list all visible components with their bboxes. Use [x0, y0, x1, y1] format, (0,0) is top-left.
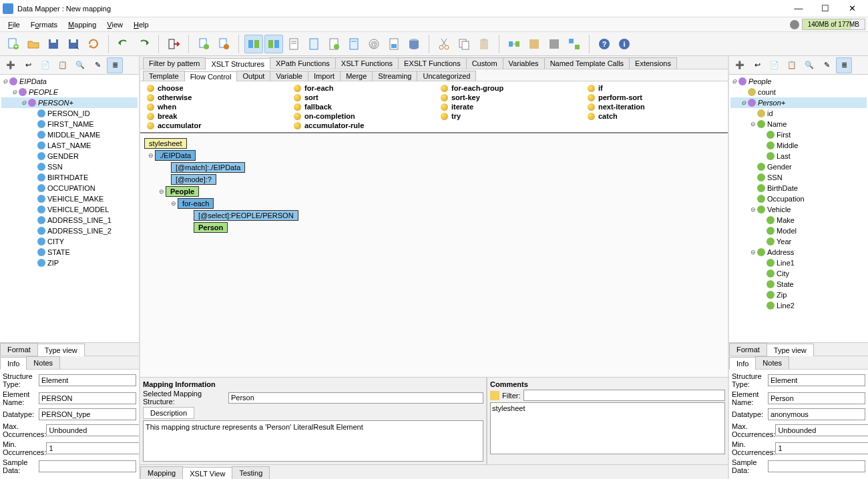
subtab-template[interactable]: Template: [143, 71, 185, 81]
tree-node[interactable]: BIRTHDATE: [47, 173, 88, 181]
toggle-icon[interactable]: ⊖: [158, 188, 166, 195]
map-foreach[interactable]: for-each: [178, 198, 214, 209]
tab-mapping[interactable]: Mapping: [140, 466, 183, 479]
right-btn-3[interactable]: 📄: [767, 57, 783, 73]
desc-tab[interactable]: Description: [143, 407, 194, 419]
tree-node[interactable]: Address: [767, 248, 794, 256]
info-button[interactable]: i: [615, 35, 634, 53]
sample-input[interactable]: [39, 460, 136, 472]
map-match[interactable]: [@match]:./EIPData: [171, 162, 245, 173]
tree-node[interactable]: count: [758, 88, 776, 96]
left-btn-5[interactable]: 🔍: [72, 57, 88, 73]
tree-node[interactable]: Make: [777, 216, 795, 224]
tree-node[interactable]: People: [748, 77, 771, 85]
comment-list[interactable]: stylesheet: [490, 402, 725, 454]
right-btn-2[interactable]: ↩: [749, 57, 765, 73]
tab-format[interactable]: Format: [0, 343, 38, 356]
desc-box[interactable]: This mapping structure represents a 'Per…: [143, 420, 483, 462]
tree-node[interactable]: LAST_NAME: [47, 141, 91, 149]
tree-node[interactable]: ADDRESS_LINE_1: [47, 216, 112, 224]
tab-format-r[interactable]: Format: [729, 343, 767, 356]
db-button[interactable]: [405, 35, 423, 53]
map-eipdata[interactable]: ./EIPData: [155, 150, 196, 161]
tree-node[interactable]: Vehicle: [767, 205, 791, 213]
tree-node[interactable]: ADDRESS_LINE_2: [47, 227, 112, 235]
doc1-button[interactable]: [284, 35, 303, 53]
open-button[interactable]: [24, 35, 43, 53]
tree-node[interactable]: State: [777, 280, 794, 288]
redo-button[interactable]: [134, 35, 153, 53]
flow-if[interactable]: if: [588, 84, 721, 92]
tab-xslt-struct[interactable]: XSLT Structures: [205, 58, 270, 69]
mapping-canvas[interactable]: stylesheet ⊖./EIPData [@match]:./EIPData…: [140, 133, 728, 377]
map-select[interactable]: [@select]:PEOPLE/PERSON: [194, 210, 298, 221]
tree-node[interactable]: EIPData: [19, 77, 47, 85]
left-btn-6[interactable]: ✎: [89, 57, 105, 73]
tree-node[interactable]: Year: [777, 237, 791, 246]
flow-iterate[interactable]: iterate: [441, 103, 574, 111]
right-btn-6[interactable]: ✎: [819, 57, 835, 73]
tree-node[interactable]: OCCUPATION: [47, 184, 95, 192]
tree-node[interactable]: SSN: [767, 173, 783, 181]
tab-filter[interactable]: Filter by pattern: [143, 57, 206, 69]
maximize-button[interactable]: ☐: [812, 0, 839, 17]
right-tree[interactable]: ⊖People count ⊖Person+ id ⊖Name First Mi…: [729, 75, 868, 342]
right-btn-1[interactable]: ➕: [732, 57, 748, 73]
cut-button[interactable]: [435, 35, 453, 53]
left-btn-7[interactable]: ≣: [107, 57, 123, 73]
tool4-button[interactable]: [565, 35, 584, 53]
tab-notes[interactable]: Notes: [26, 356, 60, 369]
refresh-button[interactable]: [84, 35, 103, 53]
exit-button[interactable]: [164, 35, 183, 53]
tree-node[interactable]: PERSON+: [38, 99, 73, 107]
tree-node[interactable]: Model: [777, 227, 797, 235]
tree-node[interactable]: Zip: [777, 291, 787, 299]
tree-node[interactable]: MIDDLE_NAME: [47, 131, 100, 139]
close-button[interactable]: ✕: [839, 0, 865, 17]
menu-view[interactable]: View: [101, 19, 128, 30]
tab-testing[interactable]: Testing: [232, 466, 270, 479]
tab-xpath[interactable]: XPath Functions: [270, 57, 336, 69]
new-button[interactable]: +: [4, 35, 23, 53]
toggle-icon[interactable]: ⊖: [147, 152, 155, 159]
tree-node[interactable]: Name: [767, 120, 787, 128]
tree-node[interactable]: SSN: [47, 163, 63, 171]
tab-typeview[interactable]: Type view: [37, 344, 85, 356]
maxocc-input-r[interactable]: [775, 424, 868, 436]
filter-input[interactable]: [523, 390, 726, 401]
datatype-input[interactable]: [39, 408, 136, 420]
tree-node[interactable]: Line1: [777, 259, 795, 267]
subtab-variable[interactable]: Variable: [270, 71, 308, 81]
at-button[interactable]: @: [365, 35, 383, 53]
menu-file[interactable]: File: [3, 19, 25, 30]
flow-foreach[interactable]: for-each: [294, 84, 427, 92]
flow-accum[interactable]: accumulator: [147, 121, 280, 129]
tree-node[interactable]: Line2: [777, 302, 795, 310]
tab-exslt[interactable]: EXSLT Functions: [398, 57, 467, 69]
subtab-flow[interactable]: Flow Control: [184, 71, 238, 81]
map-person[interactable]: Person: [194, 222, 228, 233]
minimize-button[interactable]: —: [785, 0, 812, 17]
doc4-button[interactable]: [345, 35, 363, 53]
left-btn-3[interactable]: 📄: [37, 57, 53, 73]
datatype-input-r[interactable]: [768, 408, 865, 420]
tab-info-r[interactable]: Info: [729, 357, 756, 370]
tree-node[interactable]: GENDER: [47, 152, 79, 160]
tree-node[interactable]: Gender: [767, 163, 792, 171]
tool2-button[interactable]: [525, 35, 544, 53]
right-btn-7[interactable]: ≣: [836, 57, 852, 73]
map-stylesheet[interactable]: stylesheet: [144, 138, 187, 149]
tree-node[interactable]: PEOPLE: [29, 88, 58, 96]
tree-node[interactable]: CITY: [47, 237, 64, 246]
left-tree[interactable]: ⊖EIPData ⊖PEOPLE ⊖PERSON+ PERSON_ID FIRS…: [0, 75, 139, 342]
tree-node[interactable]: Last: [777, 152, 791, 160]
left-btn-2[interactable]: ↩: [20, 57, 36, 73]
map-mode[interactable]: [@mode]:?: [171, 174, 216, 185]
tree-node[interactable]: STATE: [47, 248, 70, 256]
undo-button[interactable]: [114, 35, 133, 53]
tree-node[interactable]: PERSON_ID: [47, 109, 90, 117]
tree-node[interactable]: Middle: [777, 141, 798, 149]
sample-input-r[interactable]: [768, 460, 865, 472]
subtab-merge[interactable]: Merge: [340, 71, 373, 81]
tree-node[interactable]: Person+: [758, 99, 785, 107]
